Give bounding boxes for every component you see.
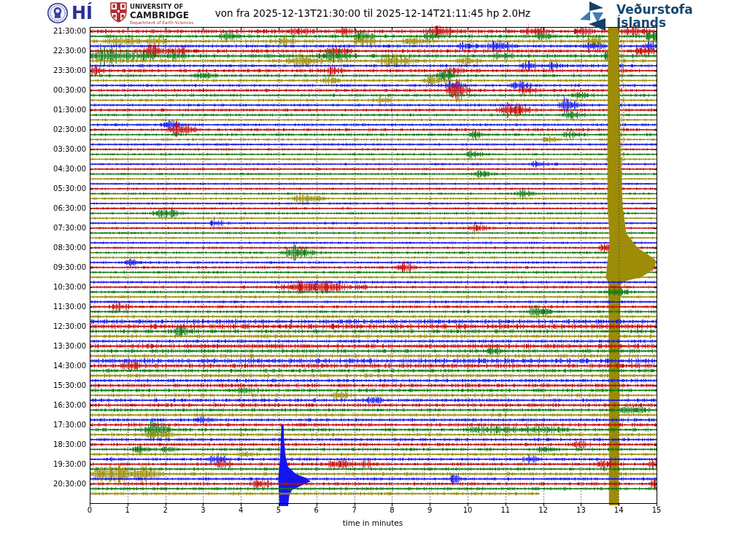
y-axis-label: 07:30:00: [44, 224, 86, 232]
x-axis-tick-label: 15: [646, 506, 667, 514]
helicorder-canvas: [0, 0, 747, 560]
cambridge-logo: UNIVERSITY OF CAMBRIDGE Department of Ea…: [110, 2, 193, 25]
x-axis-tick-label: 10: [457, 506, 479, 514]
x-axis-tick-label: 9: [419, 506, 441, 514]
cambridge-line1: UNIVERSITY OF: [130, 4, 193, 10]
cambridge-shield-icon: [110, 2, 127, 23]
y-axis-label: 01:30:00: [44, 106, 86, 114]
x-axis-tick-label: 14: [608, 506, 630, 514]
university-of-iceland-logo: HÍ: [47, 2, 93, 24]
y-axis-label: 18:30:00: [44, 440, 86, 448]
y-axis-label: 05:30:00: [44, 184, 86, 192]
x-axis-tick-label: 7: [344, 506, 365, 514]
y-axis-label: 20:30:00: [44, 480, 86, 488]
x-axis-tick-label: 13: [570, 506, 592, 514]
y-axis-label: 02:30:00: [44, 125, 86, 133]
imo-name-line2: Íslands: [616, 17, 693, 30]
y-axis-label: 09:30:00: [44, 263, 86, 271]
hi-logo-text: HÍ: [71, 3, 93, 23]
y-axis-label: 06:30:00: [44, 204, 86, 212]
page-title: von fra 2025-12-13T21:30:00 til 2025-12-…: [215, 7, 530, 19]
hi-seal-icon: [47, 2, 69, 24]
x-axis-tick-label: 12: [533, 506, 554, 514]
y-axis-label: 08:30:00: [44, 244, 86, 252]
x-axis-tick-label: 3: [192, 506, 214, 514]
imo-logo: Veðurstofa Íslands: [579, 1, 693, 31]
y-axis-label: 04:30:00: [44, 165, 86, 173]
y-axis-label: 17:30:00: [44, 421, 86, 429]
x-axis-title: time in minutes: [343, 518, 403, 527]
y-axis-label: 12:30:00: [44, 322, 86, 330]
imo-pinwheel-icon: [579, 1, 611, 31]
x-axis-tick-label: 8: [381, 506, 403, 514]
y-axis-label: 11:30:00: [44, 303, 86, 311]
y-axis-label: 22:30:00: [44, 47, 86, 55]
y-axis-label: 23:30:00: [44, 66, 86, 74]
y-axis-label: 00:30:00: [44, 86, 86, 94]
x-axis-tick-label: 1: [117, 506, 139, 514]
y-axis-label: 16:30:00: [44, 401, 86, 409]
x-axis-tick-label: 5: [268, 506, 290, 514]
helicorder-page: HÍ UNIVERSITY OF CAMBRIDGE Department of…: [0, 0, 747, 560]
x-axis-tick-label: 11: [495, 506, 516, 514]
y-axis-label: 15:30:00: [44, 381, 86, 389]
y-axis-label: 13:30:00: [44, 342, 86, 350]
x-axis-tick-label: 4: [230, 506, 252, 514]
x-axis-tick-label: 0: [79, 506, 101, 514]
y-axis-label: 14:30:00: [44, 362, 86, 370]
x-axis-tick-label: 6: [306, 506, 328, 514]
y-axis-label: 10:30:00: [44, 283, 86, 291]
y-axis-label: 21:30:00: [44, 27, 86, 35]
cambridge-line3: Department of Earth Sciences: [130, 21, 193, 26]
y-axis-label: 19:30:00: [44, 460, 86, 468]
cambridge-line2: CAMBRIDGE: [130, 11, 193, 20]
y-axis-label: 03:30:00: [44, 145, 86, 153]
x-axis-tick-label: 2: [155, 506, 177, 514]
